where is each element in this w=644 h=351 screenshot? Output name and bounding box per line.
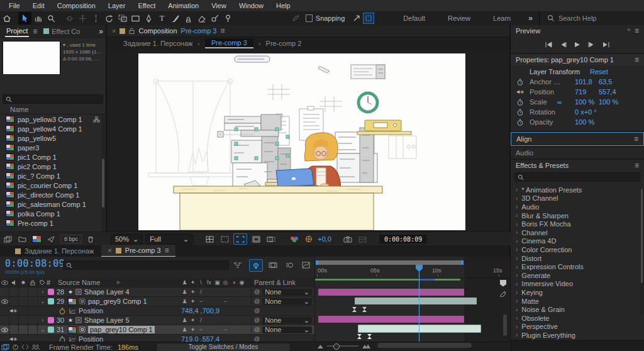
- breadcrumb-comp-root[interactable]: Задание 1. Персонаж: [123, 40, 192, 47]
- next-keyframe-icon[interactable]: ▶: [628, 27, 631, 32]
- transparency-grid-icon[interactable]: [250, 234, 262, 244]
- solo-toggle[interactable]: [19, 287, 28, 296]
- pickwhip-icon[interactable]: @: [254, 317, 260, 323]
- menu-item[interactable]: Help: [270, 0, 297, 11]
- graph-editor-icon[interactable]: [299, 259, 312, 270]
- zoom-slider-knob[interactable]: [333, 343, 340, 350]
- menu-item[interactable]: Edit: [26, 0, 51, 11]
- close-tab-icon[interactable]: ×: [108, 247, 111, 254]
- video-toggle[interactable]: [0, 297, 9, 306]
- breadcrumb-comp-next[interactable]: Pre-comp 2: [266, 40, 302, 47]
- effects-category[interactable]: › Obsolete: [511, 314, 644, 323]
- pickwhip-icon[interactable]: @: [254, 308, 260, 314]
- timeline-tab-active[interactable]: × Pre-comp 3 ≡: [101, 245, 175, 257]
- parent-select[interactable]: None⌄: [262, 298, 312, 305]
- workspace-tab[interactable]: Default: [392, 14, 436, 22]
- menu-item[interactable]: View: [205, 0, 233, 11]
- viewer-comp-name[interactable]: Pre-comp 3: [181, 27, 217, 35]
- breadcrumb-comp-active[interactable]: Pre-comp 3: [205, 38, 253, 48]
- reset-button[interactable]: Reset: [590, 68, 608, 75]
- workspace-tab[interactable]: Learn: [482, 14, 522, 22]
- time-ruler[interactable]: :00s05s10s15s: [315, 265, 510, 279]
- hand-tool[interactable]: [31, 12, 45, 25]
- layer-switch[interactable]: [205, 326, 213, 333]
- effects-category[interactable]: › 3D Channel: [511, 194, 644, 203]
- puppet-pin-tool[interactable]: [221, 12, 235, 25]
- layer-switch[interactable]: ♟: [180, 317, 189, 323]
- link-dimensions-icon[interactable]: ∞: [557, 99, 566, 106]
- layer-name[interactable]: pap_grey9 Comp 1: [88, 298, 147, 305]
- show-snapshot-icon[interactable]: [357, 234, 369, 244]
- stopwatch-icon[interactable]: [59, 308, 65, 315]
- effects-category[interactable]: › Cinema 4D: [511, 237, 644, 246]
- layer-switch[interactable]: ✦: [189, 298, 197, 304]
- layer-switch[interactable]: −: [197, 298, 205, 304]
- expander-icon[interactable]: ⌄: [38, 298, 48, 304]
- home-icon[interactable]: [0, 12, 13, 25]
- panel-overflow-icon[interactable]: »: [96, 27, 106, 36]
- rectangle-tool[interactable]: [129, 12, 142, 25]
- play-button[interactable]: [574, 42, 580, 48]
- pickwhip-icon[interactable]: @: [254, 326, 260, 333]
- exposure-value[interactable]: +0,0: [318, 235, 331, 243]
- interpret-footage-icon[interactable]: [4, 236, 13, 243]
- render-queue-icon[interactable]: [10, 344, 20, 350]
- layer-switch[interactable]: ✦: [189, 317, 197, 323]
- layer-switch[interactable]: −: [197, 326, 205, 333]
- layer-row-30[interactable]: › 30 ★ Shape Layer 5 ♟✦/ @ None⌄: [0, 316, 314, 325]
- menu-item[interactable]: Effect: [131, 0, 162, 11]
- timeline-graph-area[interactable]: :00s05s10s15s: [314, 257, 510, 351]
- add-keyframe-icon[interactable]: ◆: [14, 308, 17, 313]
- rotation-value[interactable]: 0 x+0 °: [575, 108, 619, 116]
- layer-switch[interactable]: ♟: [180, 289, 189, 295]
- properties-menu-icon[interactable]: ≡: [635, 55, 639, 64]
- last-frame-button[interactable]: [602, 42, 609, 48]
- parent-select[interactable]: None⌄: [262, 317, 312, 324]
- viewer-menu-icon[interactable]: ≡: [220, 26, 225, 35]
- label-swatch[interactable]: [48, 317, 54, 323]
- project-item[interactable]: Pre-comp 1: [0, 218, 101, 228]
- video-toggle[interactable]: [0, 316, 9, 325]
- pickwhip-icon[interactable]: @: [254, 289, 260, 295]
- effects-category[interactable]: › Matte: [511, 297, 644, 306]
- menu-item[interactable]: Layer: [102, 0, 132, 11]
- lock-toggle[interactable]: [28, 297, 38, 306]
- project-item[interactable]: pic2 Comp 1: [0, 162, 101, 171]
- new-folder-icon[interactable]: [18, 236, 26, 242]
- composition-canvas[interactable]: [138, 53, 465, 230]
- layer-switch[interactable]: ✦: [189, 326, 197, 333]
- keyframe-marker[interactable]: [357, 334, 362, 340]
- layer-switch[interactable]: −: [221, 298, 230, 304]
- snapping-checkbox[interactable]: [306, 14, 313, 22]
- project-item[interactable]: pic_director Comp 1: [0, 190, 101, 199]
- preview-menu-icon[interactable]: ≡: [635, 26, 639, 35]
- parent-select[interactable]: None⌄: [262, 289, 312, 296]
- effects-category[interactable]: › Keying: [511, 288, 644, 297]
- layer-row-31-selected[interactable]: ⌄ 31 pap_grey10 Comp 1 ♟✦−− @ None⌄: [0, 325, 314, 335]
- layer-bar-30[interactable]: [318, 316, 464, 323]
- scale-y-value[interactable]: 100 %: [599, 98, 623, 106]
- project-item[interactable]: pap_yellow5: [0, 133, 101, 143]
- layer-switch[interactable]: ♟: [180, 298, 189, 304]
- frame-blending-icon[interactable]: [267, 259, 279, 270]
- snap-edges-icon[interactable]: [363, 13, 374, 24]
- stopwatch-icon[interactable]: [511, 119, 530, 126]
- mask-feather-icon[interactable]: [289, 12, 302, 25]
- solo-toggle[interactable]: [19, 297, 28, 306]
- audio-toggle[interactable]: [9, 287, 19, 296]
- eraser-tool[interactable]: [195, 12, 208, 25]
- type-tool[interactable]: T: [155, 12, 169, 25]
- layer-switch[interactable]: −: [221, 326, 230, 333]
- workspace-tab[interactable]: Review: [436, 14, 482, 22]
- project-item[interactable]: polka Comp 1: [0, 209, 101, 218]
- playhead[interactable]: [416, 265, 423, 272]
- zoom-tool[interactable]: [45, 12, 58, 25]
- effects-category[interactable]: › Perspective: [511, 323, 644, 332]
- dolly-camera-tool[interactable]: [89, 12, 103, 25]
- draft-3d-icon[interactable]: [249, 259, 263, 272]
- previous-keyframe-icon[interactable]: ◀: [9, 337, 13, 342]
- audio-toggle[interactable]: [9, 325, 19, 334]
- comp-button-icon[interactable]: [499, 290, 507, 297]
- motion-blur-icon[interactable]: [283, 259, 296, 270]
- pixel-aspect-icon[interactable]: [265, 234, 277, 244]
